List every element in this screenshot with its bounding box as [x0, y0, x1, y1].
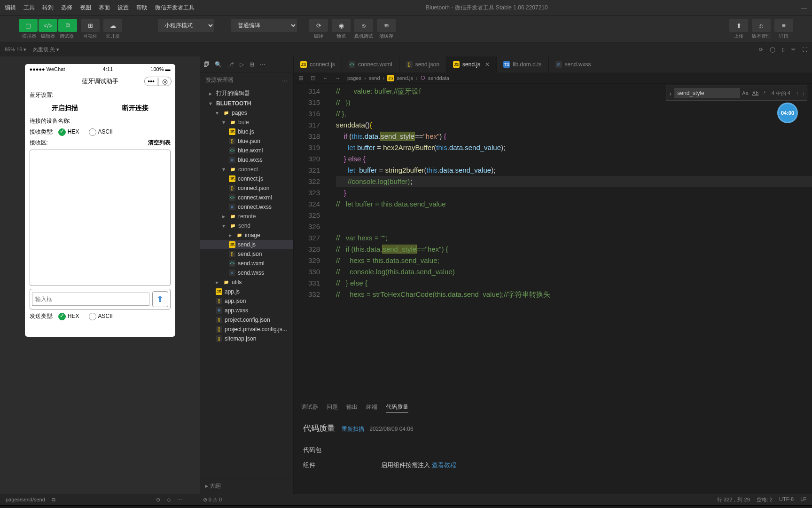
- editor-button[interactable]: </>: [39, 19, 57, 32]
- details-button[interactable]: ≡: [774, 19, 793, 32]
- search-icon[interactable]: 🔍: [215, 61, 222, 68]
- file-connect-js[interactable]: JSconnect.js: [200, 174, 293, 183]
- copy-icon[interactable]: ⧉: [52, 497, 55, 503]
- rescan-link[interactable]: 重新扫描: [342, 426, 364, 432]
- sidebar-toggle-icon[interactable]: ▤: [298, 75, 308, 81]
- hot-reload-toggle[interactable]: 热重载 关 ▾: [33, 46, 59, 53]
- file-sitemap[interactable]: {}sitemap.json: [200, 334, 293, 343]
- explorer-more-icon[interactable]: …: [282, 76, 288, 84]
- ext-icon[interactable]: ⊞: [250, 61, 254, 68]
- find-input[interactable]: [674, 88, 740, 98]
- tab-connect-wxml[interactable]: <>connect.wxml: [342, 56, 399, 72]
- tutorial-link[interactable]: 查看教程: [432, 461, 456, 468]
- debugger-button[interactable]: ⧉: [58, 19, 77, 32]
- more-status-icon[interactable]: ⋯: [177, 497, 182, 503]
- tab-send-wxss[interactable]: #send.wxss: [549, 56, 598, 72]
- bookmark-icon[interactable]: ◫: [311, 75, 320, 81]
- folder-utils[interactable]: ▸📁utils: [200, 278, 293, 287]
- whole-word-icon[interactable]: Ab: [750, 90, 760, 96]
- menu-view[interactable]: 视图: [80, 4, 91, 12]
- cursor-position[interactable]: 行 322，列 29: [717, 496, 750, 503]
- zoom-indicator[interactable]: 85% 16 ▾: [5, 47, 26, 53]
- recv-hex-radio[interactable]: [58, 128, 66, 136]
- compile-select[interactable]: 普通编译: [231, 19, 297, 32]
- cloud-button[interactable]: ☁: [103, 19, 122, 32]
- file-send-json[interactable]: {}send.json: [200, 249, 293, 259]
- branch-icon[interactable]: ⎇: [227, 61, 234, 68]
- files-icon[interactable]: 🗐: [203, 61, 209, 68]
- open-editors-section[interactable]: ▸打开的编辑器: [200, 88, 293, 99]
- code-editor[interactable]: › Aa Ab .* 4 中的 4 ↑ ↓ 04:00 314315316317…: [294, 84, 812, 400]
- version-button[interactable]: ⎌: [752, 19, 771, 32]
- file-project-config[interactable]: {}project.config.json: [200, 315, 293, 325]
- status-path[interactable]: pages/send/send: [6, 497, 45, 502]
- file-blue-js[interactable]: JSblue.js: [200, 127, 293, 136]
- folder-image[interactable]: ▸📁image: [200, 230, 293, 240]
- compile-button[interactable]: ⟳: [309, 19, 328, 32]
- expand-icon[interactable]: ⛶: [802, 47, 807, 53]
- cut-icon[interactable]: ✂: [791, 47, 796, 53]
- bell-icon[interactable]: ◇: [167, 497, 171, 503]
- find-prev-icon[interactable]: ↑: [794, 90, 801, 96]
- project-root[interactable]: ▾BLUETOOTH: [200, 99, 293, 108]
- capsule-menu[interactable]: ••• │ ◎: [144, 77, 171, 86]
- more-icon[interactable]: ⋯: [260, 61, 265, 68]
- eol-indicator[interactable]: LF: [800, 496, 806, 503]
- panel-tab-output[interactable]: 输出: [346, 403, 358, 413]
- file-app-js[interactable]: JSapp.js: [200, 287, 293, 296]
- menu-goto[interactable]: 转到: [42, 4, 54, 12]
- file-connect-wxss[interactable]: #connect.wxss: [200, 202, 293, 212]
- close-icon[interactable]: ✕: [485, 61, 490, 68]
- back-icon[interactable]: ←: [323, 75, 332, 81]
- upload-button[interactable]: ⬆: [729, 19, 748, 32]
- clear-cache-button[interactable]: ≋: [377, 19, 396, 32]
- receive-textarea[interactable]: [30, 150, 171, 286]
- disconnect-button[interactable]: 断开连接: [100, 102, 171, 114]
- debug-icon[interactable]: ▷: [240, 61, 244, 68]
- device-icon[interactable]: ▯: [782, 47, 785, 53]
- match-case-icon[interactable]: Aa: [740, 90, 750, 96]
- file-project-private[interactable]: {}project.private.config.js...: [200, 325, 293, 334]
- simulator-button[interactable]: ▢: [19, 19, 38, 32]
- file-app-wxss[interactable]: #app.wxss: [200, 306, 293, 315]
- folder-remote[interactable]: ▸📁remote: [200, 212, 293, 221]
- file-connect-wxml[interactable]: <>connect.wxml: [200, 193, 293, 202]
- file-send-js[interactable]: JSsend.js: [200, 240, 293, 249]
- folder-send[interactable]: ▾📁send: [200, 221, 293, 230]
- start-scan-button[interactable]: 开启扫描: [30, 102, 100, 114]
- minimize-icon[interactable]: —: [779, 4, 807, 11]
- encoding-indicator[interactable]: UTF-8: [779, 496, 794, 503]
- file-blue-wxml[interactable]: <>blue.wxml: [200, 146, 293, 155]
- menu-devtools[interactable]: 微信开发者工具: [155, 4, 195, 12]
- panel-tab-quality[interactable]: 代码质量: [386, 403, 408, 413]
- file-connect-json[interactable]: {}connect.json: [200, 183, 293, 193]
- outline-section[interactable]: ▸ 大纲: [200, 478, 293, 494]
- folder-pages[interactable]: ▾📁pages: [200, 108, 293, 118]
- remote-debug-button[interactable]: ⎋: [354, 19, 373, 32]
- crumb-symbol[interactable]: senddata: [428, 75, 449, 81]
- menu-settings[interactable]: 设置: [117, 4, 129, 12]
- panel-tab-terminal[interactable]: 终端: [366, 403, 377, 413]
- refresh-icon[interactable]: ⟳: [759, 47, 763, 53]
- file-send-wxml[interactable]: <>send.wxml: [200, 259, 293, 268]
- tab-lib-dom[interactable]: TSlib.dom.d.ts: [497, 56, 548, 72]
- send-input[interactable]: [32, 293, 149, 306]
- find-expand-icon[interactable]: ›: [666, 89, 674, 97]
- file-send-wxss[interactable]: #send.wxss: [200, 268, 293, 278]
- problems-count[interactable]: ⊘ 0 ⚠ 0: [203, 497, 222, 503]
- recv-ascii-radio[interactable]: [89, 128, 96, 136]
- panel-tab-problems[interactable]: 问题: [327, 403, 338, 413]
- file-app-json[interactable]: {}app.json: [200, 296, 293, 306]
- menu-ui[interactable]: 界面: [99, 4, 110, 12]
- tab-connect-js[interactable]: JSconnect.js: [294, 56, 342, 72]
- preview-button[interactable]: ◉: [332, 19, 351, 32]
- crumb-send[interactable]: send: [369, 75, 380, 81]
- regex-icon[interactable]: .*: [760, 90, 767, 96]
- port-icon[interactable]: ⊙: [156, 497, 160, 503]
- menu-edit[interactable]: 编辑: [5, 4, 16, 12]
- visual-button[interactable]: ⊞: [81, 19, 100, 32]
- crumb-pages[interactable]: pages: [347, 75, 361, 81]
- folder-bule[interactable]: ▾📁bule: [200, 118, 293, 127]
- find-next-icon[interactable]: ↓: [801, 90, 807, 96]
- tab-send-json[interactable]: {}send.json: [399, 56, 446, 72]
